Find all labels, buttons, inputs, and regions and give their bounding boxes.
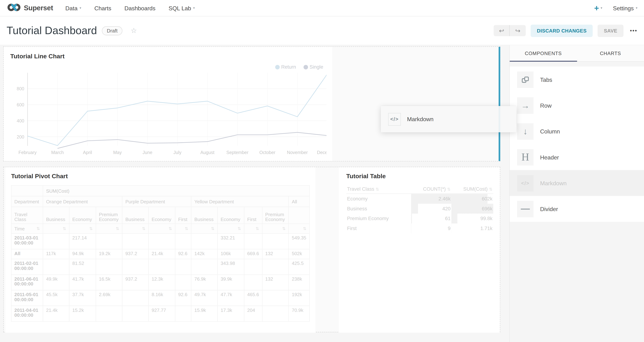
chevron-down-icon: ▾	[636, 6, 638, 10]
sort-icon[interactable]: ⇅	[142, 226, 146, 231]
sidebar-item-column[interactable]: ↓Column	[510, 118, 644, 144]
pivot-sort-header: ⇅	[244, 224, 262, 234]
pivot-cell: 238k	[289, 275, 310, 290]
pivot-cell: 8.16k	[148, 290, 175, 306]
undo-button[interactable]: ↩	[494, 25, 510, 36]
markdown-icon: </>	[388, 113, 401, 126]
sidebar-item-label: Header	[540, 154, 559, 160]
nav-item-sql-lab[interactable]: SQL Lab▾	[169, 5, 195, 11]
legend-dot	[303, 65, 308, 69]
table-cell: 61	[411, 214, 451, 224]
pivot-sort-header: ⇅	[175, 224, 192, 234]
pivot-cell: 76.9k	[192, 275, 218, 290]
header-actions: ↩ ↪ DISCARD CHANGES SAVE •••	[494, 24, 638, 37]
sort-icon[interactable]: ⇅	[489, 187, 492, 192]
sidebar-item-label: Tabs	[540, 76, 552, 83]
pivot-cell: 343.98	[218, 259, 244, 274]
tab-components[interactable]: COMPONENTS	[510, 45, 577, 61]
infinity-logo-icon	[6, 3, 21, 13]
sort-icon[interactable]: ⇅	[211, 226, 214, 231]
superset-logo[interactable]: Superset	[6, 3, 53, 13]
pivot-group-header: Yellow Department	[192, 196, 289, 207]
sort-icon[interactable]: ⇅	[256, 226, 259, 231]
legend-label: Single	[310, 64, 323, 70]
pivot-cell	[244, 234, 262, 249]
table-column-header[interactable]: SUM(Cost) ⇅	[451, 184, 493, 194]
tab-charts[interactable]: CHARTS	[577, 45, 644, 61]
pivot-cell	[262, 306, 289, 322]
table-column-header[interactable]: Travel Class ⇅	[346, 184, 411, 194]
chart-title: Tutorial Line Chart	[10, 52, 326, 60]
pivot-cell: 106k	[218, 249, 244, 259]
pivot-cell	[262, 290, 289, 306]
sort-icon[interactable]: ⇅	[238, 226, 241, 231]
pivot-chart-card[interactable]: Tutorial Pivot Chart SUM(Cost)Department…	[6, 167, 316, 333]
sort-icon[interactable]: ⇅	[36, 226, 40, 230]
pivot-cell: 15.2k	[69, 306, 96, 322]
legend-item-single[interactable]: Single	[303, 64, 323, 70]
page-title[interactable]: Tutorial Dashboard	[6, 24, 97, 37]
save-button[interactable]: SAVE	[598, 24, 624, 37]
pivot-col-header: First	[175, 207, 192, 224]
table-row: First91.71k	[346, 224, 493, 234]
nav-item-data[interactable]: Data▾	[65, 5, 81, 11]
svg-text:400: 400	[16, 118, 24, 123]
settings-menu[interactable]: Settings ▾	[613, 5, 638, 11]
add-new-button[interactable]: + ▾	[594, 4, 602, 12]
sidebar-item-row[interactable]: →Row	[510, 92, 644, 118]
pivot-cell: 37.7k	[69, 290, 96, 306]
sort-icon[interactable]: ⇅	[63, 226, 66, 231]
favorite-star-icon[interactable]: ☆	[131, 26, 137, 35]
data-table: Travel Class ⇅COUNT(*) ⇅SUM(Cost) ⇅Econo…	[346, 184, 493, 233]
pivot-sort-header: ⇅	[192, 224, 218, 234]
svg-text:July: July	[174, 150, 182, 155]
table-column-header[interactable]: COUNT(*) ⇅	[411, 184, 451, 194]
redo-button[interactable]: ↪	[510, 25, 526, 36]
legend-label: Return	[281, 64, 296, 70]
pivot-metric-header: SUM(Cost)	[43, 186, 310, 196]
dashboard-header: Tutorial Dashboard Draft ☆ ↩ ↪ DISCARD C…	[0, 16, 644, 45]
table-cell: First	[346, 224, 411, 234]
builder-sidebar: COMPONENTS CHARTS Tabs→Row↓ColumnHHeader…	[509, 45, 644, 342]
line-chart-card[interactable]: Tutorial Line Chart ReturnSingle 2004006…	[4, 47, 332, 161]
svg-text:August: August	[200, 150, 214, 155]
more-options-menu[interactable]: •••	[630, 28, 637, 34]
legend-dot	[275, 65, 280, 69]
dragged-markdown-card[interactable]: </> Markdown	[381, 106, 516, 132]
sidebar-item-header[interactable]: HHeader	[510, 144, 644, 170]
table-chart-card[interactable]: Tutorial Table Travel Class ⇅COUNT(*) ⇅S…	[339, 167, 500, 333]
pivot-sort-header: ⇅	[262, 224, 289, 234]
sort-icon[interactable]: ⇅	[303, 226, 306, 231]
pivot-cell: 927.77	[148, 306, 175, 322]
chart-title: Tutorial Table	[346, 172, 492, 180]
sidebar-item-label: Divider	[540, 206, 558, 212]
pivot-cell: 41.7k	[69, 275, 96, 290]
sidebar-item-markdown[interactable]: </>Markdown	[510, 170, 644, 196]
legend-item-return[interactable]: Return	[275, 64, 296, 70]
sort-icon[interactable]: ⇅	[116, 226, 119, 231]
dashboard-row-1[interactable]: Tutorial Line Chart ReturnSingle 2004006…	[3, 46, 500, 162]
component-list: Tabs→Row↓ColumnHHeader</>MarkdownDivider	[510, 67, 644, 222]
table-row: Premium Economy6199.8k	[346, 214, 493, 224]
svg-text:October: October	[259, 150, 275, 155]
dashboard-row-2[interactable]: Tutorial Pivot Chart SUM(Cost)Department…	[3, 167, 500, 332]
svg-text:March: March	[51, 150, 64, 155]
table-cell: 420	[411, 204, 451, 214]
app-viewport: Superset Data▾ Charts Dashboards SQL Lab…	[0, 0, 644, 342]
sidebar-item-tabs[interactable]: Tabs	[510, 67, 644, 92]
sidebar-item-divider[interactable]: Divider	[510, 196, 644, 222]
pivot-col-header: Business	[122, 207, 148, 224]
pivot-row-header: 2011-03-01 00:00:00	[11, 234, 43, 249]
nav-item-dashboards[interactable]: Dashboards	[124, 5, 156, 11]
sort-icon[interactable]: ⇅	[447, 187, 450, 192]
sort-icon[interactable]: ⇅	[376, 187, 379, 192]
pivot-col-header: Business	[43, 207, 69, 224]
sort-icon[interactable]: ⇅	[282, 226, 286, 231]
discard-changes-button[interactable]: DISCARD CHANGES	[531, 24, 593, 37]
sort-icon[interactable]: ⇅	[185, 226, 188, 231]
nav-item-charts[interactable]: Charts	[94, 5, 112, 11]
pivot-row-header: 2011-04-01 00:00:00	[11, 306, 43, 322]
sort-icon[interactable]: ⇅	[169, 226, 172, 231]
sort-icon[interactable]: ⇅	[89, 226, 93, 231]
pivot-cell: 45.5k	[43, 290, 69, 306]
